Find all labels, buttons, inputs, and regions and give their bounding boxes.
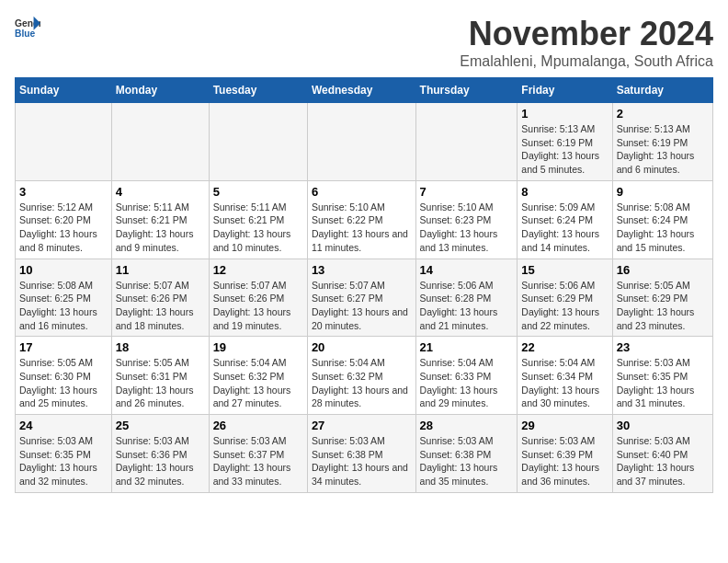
cell-content: Daylight: 13 hours and 34 minutes.	[312, 461, 412, 488]
cell-content: Sunset: 6:22 PM	[312, 213, 412, 227]
day-number: 13	[312, 263, 412, 277]
cell-content: Sunrise: 5:06 AM	[521, 279, 608, 293]
cell-content: Sunset: 6:30 PM	[19, 370, 108, 384]
day-number: 3	[19, 185, 108, 199]
day-number: 22	[521, 340, 608, 354]
calendar-cell: 24Sunrise: 5:03 AMSunset: 6:35 PMDayligh…	[16, 415, 112, 493]
cell-content: Daylight: 13 hours and 6 minutes.	[617, 149, 709, 176]
cell-content: Sunrise: 5:13 AM	[617, 122, 709, 136]
cell-content: Daylight: 13 hours and 37 minutes.	[617, 461, 709, 488]
header-day-friday: Friday	[518, 78, 612, 103]
cell-content: Daylight: 13 hours and 5 minutes.	[521, 149, 608, 176]
day-number: 18	[116, 340, 205, 354]
cell-content: Sunrise: 5:10 AM	[312, 201, 412, 214]
calendar-cell: 26Sunrise: 5:03 AMSunset: 6:37 PMDayligh…	[209, 415, 307, 493]
cell-content: Daylight: 13 hours and 10 minutes.	[213, 227, 303, 254]
main-title: November 2024	[460, 15, 713, 53]
cell-content: Daylight: 13 hours and 22 minutes.	[521, 305, 608, 332]
calendar-cell	[307, 103, 415, 181]
cell-content: Daylight: 13 hours and 25 minutes.	[19, 384, 108, 410]
cell-content: Sunrise: 5:11 AM	[116, 201, 205, 214]
cell-content: Sunrise: 5:03 AM	[521, 434, 608, 448]
day-number: 30	[617, 419, 709, 432]
calendar-cell: 13Sunrise: 5:07 AMSunset: 6:27 PMDayligh…	[307, 259, 415, 337]
calendar-cell: 19Sunrise: 5:04 AMSunset: 6:32 PMDayligh…	[209, 337, 307, 415]
day-number: 24	[19, 419, 108, 432]
header-day-monday: Monday	[111, 78, 209, 103]
calendar-cell: 6Sunrise: 5:10 AMSunset: 6:22 PMDaylight…	[307, 180, 415, 259]
cell-content: Daylight: 13 hours and 16 minutes.	[19, 305, 108, 332]
calendar-cell: 11Sunrise: 5:07 AMSunset: 6:26 PMDayligh…	[111, 259, 209, 337]
calendar-cell: 9Sunrise: 5:08 AMSunset: 6:24 PMDaylight…	[612, 180, 712, 259]
cell-content: Daylight: 13 hours and 19 minutes.	[213, 305, 303, 332]
day-number: 8	[521, 185, 608, 199]
cell-content: Sunrise: 5:04 AM	[420, 356, 514, 370]
cell-content: Sunset: 6:26 PM	[116, 292, 205, 305]
cell-content: Sunset: 6:26 PM	[213, 292, 303, 305]
day-number: 17	[19, 340, 108, 354]
logo: General Blue	[15, 15, 40, 40]
cell-content: Daylight: 13 hours and 32 minutes.	[116, 461, 205, 488]
cell-content: Daylight: 13 hours and 32 minutes.	[19, 461, 108, 488]
cell-content: Sunrise: 5:13 AM	[521, 122, 608, 136]
cell-content: Sunrise: 5:04 AM	[213, 356, 303, 370]
cell-content: Sunset: 6:29 PM	[521, 292, 608, 305]
calendar-cell: 30Sunrise: 5:03 AMSunset: 6:40 PMDayligh…	[612, 415, 712, 493]
cell-content: Daylight: 13 hours and 9 minutes.	[116, 227, 205, 254]
calendar-cell: 8Sunrise: 5:09 AMSunset: 6:24 PMDaylight…	[518, 180, 612, 259]
cell-content: Sunrise: 5:07 AM	[312, 279, 412, 293]
calendar-cell: 23Sunrise: 5:03 AMSunset: 6:35 PMDayligh…	[612, 337, 712, 415]
calendar-week-4: 17Sunrise: 5:05 AMSunset: 6:30 PMDayligh…	[16, 337, 713, 415]
calendar-cell: 28Sunrise: 5:03 AMSunset: 6:38 PMDayligh…	[415, 415, 518, 493]
calendar-cell	[111, 103, 209, 181]
cell-content: Daylight: 13 hours and 26 minutes.	[116, 384, 205, 410]
calendar-cell: 29Sunrise: 5:03 AMSunset: 6:39 PMDayligh…	[518, 415, 612, 493]
day-number: 4	[116, 185, 205, 199]
cell-content: Sunrise: 5:11 AM	[213, 201, 303, 214]
day-number: 5	[213, 185, 303, 199]
calendar-cell	[16, 103, 112, 181]
svg-text:Blue: Blue	[15, 29, 36, 39]
cell-content: Sunrise: 5:05 AM	[19, 356, 108, 370]
cell-content: Sunset: 6:21 PM	[116, 213, 205, 227]
cell-content: Daylight: 13 hours and 33 minutes.	[213, 461, 303, 488]
header-day-wednesday: Wednesday	[307, 78, 415, 103]
calendar-cell: 4Sunrise: 5:11 AMSunset: 6:21 PMDaylight…	[111, 180, 209, 259]
cell-content: Sunrise: 5:05 AM	[617, 279, 709, 293]
cell-content: Sunrise: 5:03 AM	[19, 434, 108, 448]
calendar-cell: 20Sunrise: 5:04 AMSunset: 6:32 PMDayligh…	[307, 337, 415, 415]
cell-content: Sunset: 6:28 PM	[420, 292, 514, 305]
cell-content: Daylight: 13 hours and 20 minutes.	[312, 305, 412, 332]
calendar-cell: 5Sunrise: 5:11 AMSunset: 6:21 PMDaylight…	[209, 180, 307, 259]
calendar-cell: 15Sunrise: 5:06 AMSunset: 6:29 PMDayligh…	[518, 259, 612, 337]
cell-content: Daylight: 13 hours and 8 minutes.	[19, 227, 108, 254]
calendar-cell	[209, 103, 307, 181]
header-day-thursday: Thursday	[415, 78, 518, 103]
cell-content: Sunset: 6:39 PM	[521, 448, 608, 462]
cell-content: Sunrise: 5:09 AM	[521, 201, 608, 214]
cell-content: Sunrise: 5:03 AM	[617, 356, 709, 370]
cell-content: Daylight: 13 hours and 36 minutes.	[521, 461, 608, 488]
header: General Blue November 2024 Emalahleni, M…	[15, 15, 713, 70]
cell-content: Sunrise: 5:03 AM	[312, 434, 412, 448]
calendar-cell: 18Sunrise: 5:05 AMSunset: 6:31 PMDayligh…	[111, 337, 209, 415]
day-number: 15	[521, 263, 608, 277]
cell-content: Daylight: 13 hours and 13 minutes.	[420, 227, 514, 254]
cell-content: Sunrise: 5:03 AM	[213, 434, 303, 448]
cell-content: Sunrise: 5:03 AM	[617, 434, 709, 448]
cell-content: Sunset: 6:20 PM	[19, 213, 108, 227]
cell-content: Sunrise: 5:04 AM	[521, 356, 608, 370]
cell-content: Sunset: 6:29 PM	[617, 292, 709, 305]
cell-content: Daylight: 13 hours and 28 minutes.	[312, 384, 412, 410]
cell-content: Sunset: 6:24 PM	[617, 213, 709, 227]
cell-content: Sunset: 6:33 PM	[420, 370, 514, 384]
calendar-week-2: 3Sunrise: 5:12 AMSunset: 6:20 PMDaylight…	[16, 180, 713, 259]
day-number: 2	[617, 107, 709, 121]
calendar-week-3: 10Sunrise: 5:08 AMSunset: 6:25 PMDayligh…	[16, 259, 713, 337]
day-number: 9	[617, 185, 709, 199]
cell-content: Daylight: 13 hours and 29 minutes.	[420, 384, 514, 410]
header-day-saturday: Saturday	[612, 78, 712, 103]
cell-content: Sunrise: 5:08 AM	[617, 201, 709, 214]
day-number: 26	[213, 419, 303, 432]
day-number: 29	[521, 419, 608, 432]
